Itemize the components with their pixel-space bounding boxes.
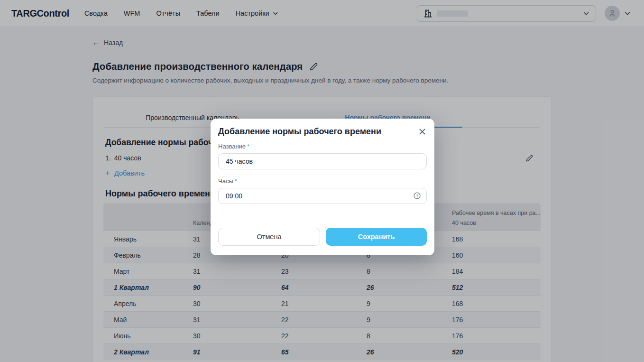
clock-icon[interactable] xyxy=(413,192,421,200)
label-text: Часы xyxy=(218,177,233,185)
hours-input[interactable] xyxy=(218,188,427,204)
label-text: Название xyxy=(218,143,246,150)
cancel-button[interactable]: Отмена xyxy=(218,228,320,246)
save-button[interactable]: Сохранить xyxy=(326,228,427,246)
field-label-name: Название* xyxy=(218,143,427,150)
required-asterisk: * xyxy=(235,177,237,185)
add-norm-modal: Добавление нормы рабочего времени Назван… xyxy=(211,119,434,255)
modal-title: Добавление нормы рабочего времени xyxy=(218,126,381,137)
field-label-hours: Часы* xyxy=(218,177,427,185)
required-asterisk: * xyxy=(247,143,249,150)
close-icon[interactable] xyxy=(416,126,427,136)
name-input[interactable] xyxy=(218,153,427,169)
